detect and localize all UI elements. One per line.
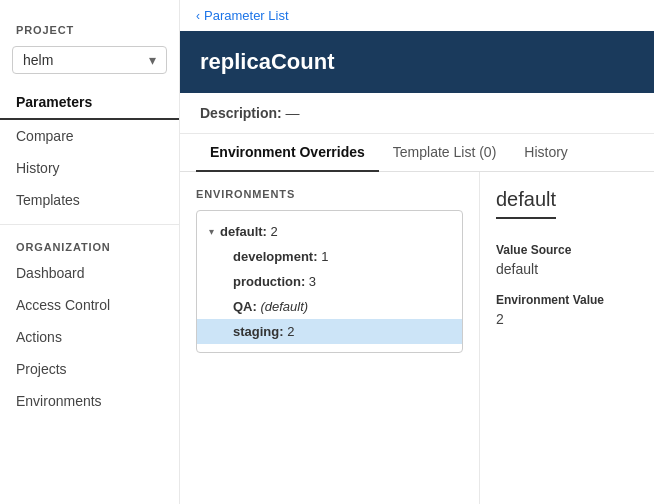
- sidebar-item-history[interactable]: History: [0, 152, 179, 184]
- tabs-row: Environment Overrides Template List (0) …: [180, 134, 654, 172]
- detail-title: default: [496, 188, 556, 219]
- sidebar-divider: [0, 224, 179, 225]
- description-value: —: [286, 105, 300, 121]
- tab-history[interactable]: History: [510, 134, 582, 172]
- tree-item-default-label: default: 2: [220, 224, 278, 239]
- project-selector[interactable]: helm ▾: [12, 46, 167, 74]
- sidebar-item-dashboard[interactable]: Dashboard: [0, 257, 179, 289]
- description-label: Description:: [200, 105, 282, 121]
- env-tree: ▾ default: 2 development: 1 pro: [196, 210, 463, 353]
- env-value-value: 2: [496, 311, 638, 327]
- right-panel: default Value Source default Environment…: [480, 172, 654, 504]
- tree-item-staging[interactable]: staging: 2: [197, 319, 462, 344]
- param-name: replicaCount: [200, 49, 334, 74]
- sidebar-item-environments[interactable]: Environments: [0, 385, 179, 417]
- tree-item-default[interactable]: ▾ default: 2: [197, 219, 462, 244]
- tree-item-staging-label: staging: 2: [233, 324, 294, 339]
- breadcrumb-label: Parameter List: [204, 8, 289, 23]
- project-section-label: PROJECT: [0, 16, 179, 40]
- tree-item-qa-label: QA: (default): [233, 299, 308, 314]
- sidebar-item-actions[interactable]: Actions: [0, 321, 179, 353]
- tree-chevron-icon: ▾: [209, 226, 214, 237]
- tab-environment-overrides[interactable]: Environment Overrides: [196, 134, 379, 172]
- environments-section-label: ENVIRONMENTS: [196, 188, 463, 200]
- tree-item-development[interactable]: development: 1: [197, 244, 462, 269]
- value-source-value: default: [496, 261, 638, 277]
- tree-item-development-label: development: 1: [233, 249, 328, 264]
- chevron-down-icon: ▾: [149, 52, 156, 68]
- main-content: ‹ Parameter List replicaCount Descriptio…: [180, 0, 654, 504]
- sidebar: PROJECT helm ▾ Parameters Compare Histor…: [0, 0, 180, 504]
- env-value-section: Environment Value 2: [496, 293, 638, 327]
- breadcrumb-chevron-icon: ‹: [196, 9, 200, 23]
- env-value-label: Environment Value: [496, 293, 638, 307]
- sidebar-item-templates[interactable]: Templates: [0, 184, 179, 216]
- breadcrumb[interactable]: ‹ Parameter List: [180, 0, 654, 31]
- description-bar: Description: —: [180, 93, 654, 134]
- tree-item-production-label: production: 3: [233, 274, 316, 289]
- left-panel: ENVIRONMENTS ▾ default: 2 development: 1: [180, 172, 480, 504]
- tree-item-qa[interactable]: QA: (default): [197, 294, 462, 319]
- sidebar-item-access-control[interactable]: Access Control: [0, 289, 179, 321]
- org-section-label: ORGANIZATION: [0, 233, 179, 257]
- tree-item-production[interactable]: production: 3: [197, 269, 462, 294]
- tab-template-list[interactable]: Template List (0): [379, 134, 510, 172]
- sidebar-item-compare[interactable]: Compare: [0, 120, 179, 152]
- value-source-section: Value Source default: [496, 243, 638, 277]
- sidebar-item-parameters[interactable]: Parameters: [0, 86, 179, 120]
- project-selector-value: helm: [23, 52, 53, 68]
- param-header-banner: replicaCount: [180, 31, 654, 93]
- sidebar-item-projects[interactable]: Projects: [0, 353, 179, 385]
- value-source-label: Value Source: [496, 243, 638, 257]
- content-area: ENVIRONMENTS ▾ default: 2 development: 1: [180, 172, 654, 504]
